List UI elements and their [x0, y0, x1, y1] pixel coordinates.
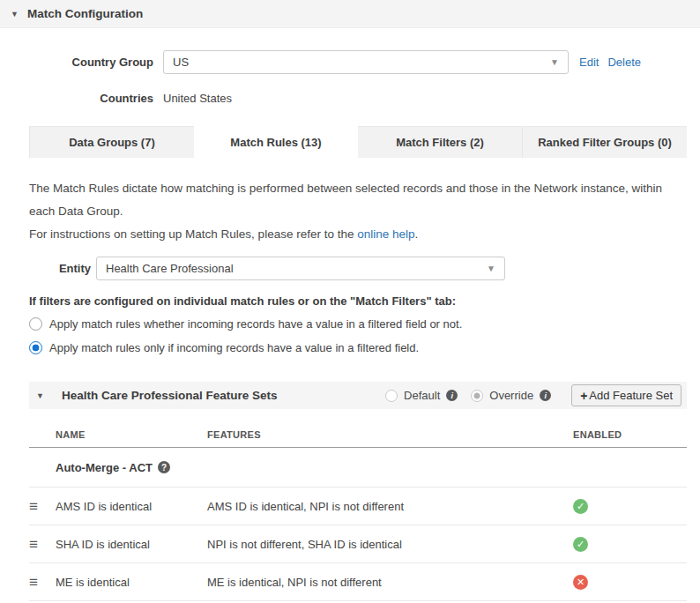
- table-row: ≡ SHA ID is identical NPI is not differe…: [29, 525, 687, 562]
- drag-handle-icon[interactable]: ≡: [29, 537, 38, 552]
- rule-name: AMS ID is identical: [56, 500, 207, 513]
- default-radio[interactable]: [385, 390, 398, 402]
- feature-sets-header: ▼ Health Care Professional Feature Sets …: [29, 382, 687, 409]
- feature-sets-controls: Default i Override i + Add Feature Set: [385, 384, 681, 406]
- match-configuration-header[interactable]: ▼ Match Configuration: [0, 0, 700, 28]
- drag-handle-icon[interactable]: ≡: [29, 575, 38, 590]
- countries-value: United States: [163, 92, 232, 105]
- override-radio[interactable]: [471, 390, 483, 402]
- tab[interactable]: Ranked Filter Groups (0): [522, 126, 687, 158]
- filter-option-row: Apply match rules whether incoming recor…: [29, 316, 700, 331]
- override-radio-label: Override: [489, 389, 533, 402]
- description-line-1: The Match Rules dictate how matching is …: [29, 177, 687, 223]
- tab-label: Ranked Filter Groups (0): [538, 136, 672, 149]
- drag-handle-icon[interactable]: ≡: [29, 499, 38, 514]
- page-title: Match Configuration: [27, 7, 143, 20]
- feature-group-label: Auto-Merge - ACT: [56, 461, 153, 474]
- column-header-features: FEATURES: [207, 429, 573, 440]
- radio-button[interactable]: [29, 317, 42, 331]
- countries-row: Countries United States: [0, 92, 700, 105]
- filters-heading: If filters are configured on individual …: [29, 294, 700, 308]
- column-header-enabled: ENABLED: [573, 429, 687, 440]
- table-row: ≡ AMS ID is identical AMS ID is identica…: [29, 487, 687, 525]
- online-help-link[interactable]: online help: [357, 227, 414, 241]
- delete-link[interactable]: Delete: [607, 56, 641, 69]
- description-line-2-text: For instructions on setting up Match Rul…: [29, 227, 357, 241]
- tab-bar: Data Groups (7) Match Rules (13) Match F…: [29, 126, 687, 158]
- country-group-row: Country Group US ▼ Edit Delete: [0, 50, 700, 74]
- table-rows: ≡ AMS ID is identical AMS ID is identica…: [29, 487, 687, 603]
- feature-sets-title: Health Care Professional Feature Sets: [62, 389, 278, 402]
- rule-features: ME is identical, NPI is not different: [207, 576, 573, 589]
- help-icon[interactable]: ?: [158, 461, 170, 473]
- column-header-name: NAME: [56, 429, 207, 440]
- countries-label: Countries: [0, 92, 163, 105]
- tab-label: Data Groups (7): [69, 136, 155, 149]
- rule-name: ME is identical: [56, 576, 207, 589]
- collapse-triangle-icon[interactable]: ▼: [11, 10, 19, 19]
- filter-options: Apply match rules whether incoming recor…: [0, 316, 700, 355]
- edit-link[interactable]: Edit: [579, 56, 599, 69]
- match-rules-description: The Match Rules dictate how matching is …: [29, 177, 687, 246]
- filter-option-row: Apply match rules only if incoming recor…: [29, 339, 700, 355]
- entity-value: Health Care Professional: [106, 262, 234, 275]
- entity-select[interactable]: Health Care Professional ▼: [96, 257, 505, 280]
- rule-name: SHA ID is identical: [56, 538, 207, 551]
- tab-label: Match Rules (13): [230, 136, 321, 149]
- plus-icon: +: [580, 389, 587, 403]
- override-info-icon[interactable]: i: [540, 390, 551, 401]
- chevron-down-icon: ▼: [550, 57, 559, 67]
- enabled-check-icon[interactable]: ✓: [573, 537, 588, 552]
- table-row: ≡ ME is identical ME is identical, NPI i…: [29, 562, 687, 600]
- description-period: .: [415, 227, 419, 241]
- radio-button[interactable]: [29, 341, 42, 354]
- tab-label: Match Filters (2): [396, 136, 484, 149]
- entity-row: Entity Health Care Professional ▼: [0, 257, 700, 280]
- tab[interactable]: Data Groups (7): [29, 126, 194, 158]
- add-feature-set-button[interactable]: + Add Feature Set: [571, 384, 681, 406]
- default-radio-label: Default: [404, 389, 440, 402]
- tab[interactable]: Match Rules (13): [194, 126, 358, 158]
- feature-group-row: Auto-Merge - ACT ?: [29, 448, 687, 487]
- table-header-row: NAME FEATURES ENABLED: [29, 421, 687, 448]
- rule-features: NPI is not different, SHA ID is identica…: [207, 538, 573, 551]
- filter-option-label: Apply match rules only if incoming recor…: [49, 341, 419, 354]
- description-line-2: For instructions on setting up Match Rul…: [29, 223, 687, 246]
- country-group-value: US: [173, 56, 189, 69]
- enabled-cross-icon[interactable]: ✕: [573, 575, 588, 590]
- add-feature-set-label: Add Feature Set: [589, 389, 673, 402]
- feature-sets-table: NAME FEATURES ENABLED Auto-Merge - ACT ?…: [29, 421, 687, 603]
- feature-group-name: Auto-Merge - ACT ?: [56, 461, 170, 474]
- country-group-label: Country Group: [0, 56, 163, 69]
- chevron-down-icon: ▼: [487, 264, 495, 273]
- match-config-form: Country Group US ▼ Edit Delete Countries…: [0, 28, 700, 105]
- enabled-check-icon[interactable]: ✓: [573, 499, 588, 514]
- country-group-select[interactable]: US ▼: [163, 50, 569, 74]
- collapse-triangle-icon[interactable]: ▼: [36, 391, 44, 400]
- default-info-icon[interactable]: i: [446, 390, 458, 401]
- entity-label: Entity: [0, 262, 91, 275]
- filter-option-label: Apply match rules whether incoming recor…: [49, 317, 462, 331]
- tab[interactable]: Match Filters (2): [358, 126, 522, 158]
- rule-features: AMS ID is identical, NPI is not differen…: [207, 500, 573, 513]
